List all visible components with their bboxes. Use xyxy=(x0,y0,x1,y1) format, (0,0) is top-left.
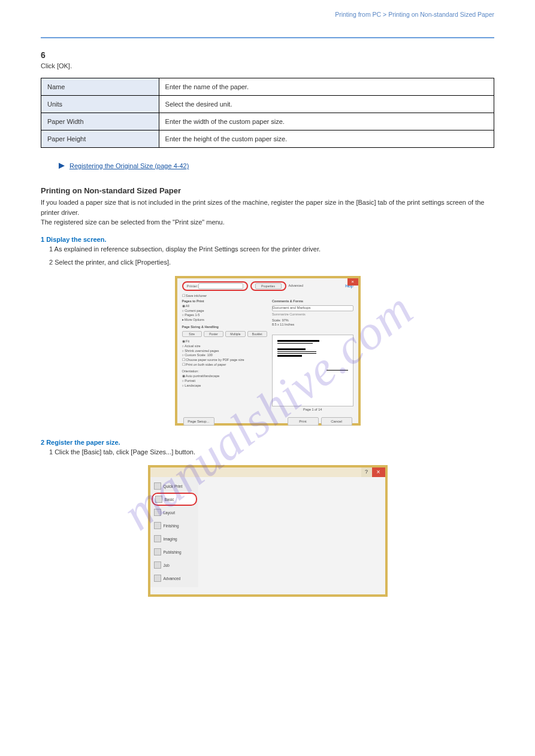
tab-advanced[interactable]: Advanced xyxy=(152,572,197,585)
radio-current[interactable]: ○ Current page xyxy=(182,309,267,314)
print-preview xyxy=(272,335,353,406)
param-key: Units xyxy=(41,96,159,113)
tab-layout[interactable]: Layout xyxy=(152,506,197,519)
more-options[interactable]: ▸ More Options xyxy=(182,318,267,323)
sizing-label: Page Sizing & Handling xyxy=(182,325,267,330)
layout-icon xyxy=(154,509,161,516)
radio-pages[interactable]: ○ Pages 1-5 xyxy=(182,313,267,318)
param-val: Enter the name of the paper. xyxy=(159,78,494,96)
param-key: Name xyxy=(41,78,159,96)
printer-select-callout: Printer: xyxy=(182,281,248,291)
tab-quick-print[interactable]: Quick Print xyxy=(152,479,197,493)
radio-all[interactable]: ◉ All xyxy=(182,304,267,309)
step2-text: 1 Click the [Basic] tab, click [Page Siz… xyxy=(49,447,494,457)
finishing-icon xyxy=(154,522,161,529)
subsection-title: Printing on Non-standard Sized Paper xyxy=(41,186,494,195)
arrow-right-icon xyxy=(59,163,65,169)
save-ink-checkbox[interactable]: ☐ Save ink/toner xyxy=(177,294,358,299)
page-setup-button[interactable]: Page Setup... xyxy=(183,417,214,426)
tab-imaging[interactable]: Imaging xyxy=(152,532,197,545)
dims-label: 8.5 x 11 Inches xyxy=(272,323,353,327)
page-of-label: Page 1 of 14 xyxy=(272,408,353,412)
close-icon[interactable]: × xyxy=(347,278,358,286)
radio-auto-orient[interactable]: ◉ Auto portrait/landscape xyxy=(182,374,267,379)
screenshot-adobe-print-dialog: × Printer: Properties Advanced Help ☐ Sa… xyxy=(175,276,361,426)
parameter-table: NameEnter the name of the paper. UnitsSe… xyxy=(41,78,494,148)
step1-sub2: 2 Select the printer, and click [Propert… xyxy=(49,257,494,268)
step2-label: 2 Register the paper size. xyxy=(41,439,494,446)
size-tab-button[interactable]: Size xyxy=(182,331,202,337)
advanced-link[interactable]: Advanced xyxy=(289,284,303,289)
tab-job[interactable]: Job xyxy=(152,558,197,572)
help-icon[interactable]: ? xyxy=(361,467,372,477)
step1-label: 1 Display the screen. xyxy=(41,236,494,243)
param-key: Paper Width xyxy=(41,113,159,130)
job-icon xyxy=(154,561,161,569)
tab-publishing[interactable]: Publishing xyxy=(152,545,197,558)
driver-tabs: Quick Print Basic Layout Finishing Imagi… xyxy=(150,477,198,587)
param-key: Paper Height xyxy=(41,130,159,148)
radio-fit[interactable]: ◉ Fit xyxy=(182,339,267,344)
comments-dropdown[interactable]: Document and Markups xyxy=(272,305,353,311)
orientation-label: Orientation: xyxy=(182,369,267,374)
section-number: 6 xyxy=(41,50,494,60)
multiple-tab-button[interactable]: Multiple xyxy=(225,331,245,337)
tab-finishing[interactable]: Finishing xyxy=(152,519,197,532)
cancel-button[interactable]: Cancel xyxy=(321,417,352,426)
table-row: Paper HeightEnter the height of the cust… xyxy=(41,130,494,148)
properties-button-callout: Properties xyxy=(250,281,286,291)
print-button[interactable]: Print xyxy=(288,417,319,426)
printer-dropdown[interactable] xyxy=(198,283,243,289)
table-row: UnitsSelect the desired unit. xyxy=(41,96,494,113)
radio-shrink[interactable]: ○ Shrink oversized pages xyxy=(182,349,267,354)
advanced-icon xyxy=(154,575,161,582)
table-row: Paper WidthEnter the width of the custom… xyxy=(41,113,494,130)
param-val: Enter the width of the custom paper size… xyxy=(159,113,494,130)
tab-basic[interactable]: Basic xyxy=(152,493,197,506)
quick-print-icon xyxy=(154,482,161,490)
properties-button[interactable]: Properties xyxy=(255,283,282,289)
check-choose-source[interactable]: ☐ Choose paper source by PDF page size xyxy=(182,358,267,363)
radio-custom[interactable]: ○ Custom Scale: 100 xyxy=(182,353,267,358)
step1-text: 1 As explained in reference subsection, … xyxy=(49,244,494,254)
radio-landscape[interactable]: ○ Landscape xyxy=(182,384,267,388)
param-val: Select the desired unit. xyxy=(159,96,494,113)
related-link[interactable]: Registering the Original Size (page 4-42… xyxy=(69,162,189,169)
imaging-icon xyxy=(154,535,161,542)
publishing-icon xyxy=(154,548,161,555)
poster-tab-button[interactable]: Poster xyxy=(204,331,223,337)
header-rule xyxy=(41,37,494,38)
param-val: Enter the height of the custom paper siz… xyxy=(159,130,494,148)
section-subtitle: Click [OK]. xyxy=(41,62,494,69)
comments-label: Comments & Forms xyxy=(272,299,353,304)
summarize-link[interactable]: Summarize Comments xyxy=(272,312,353,317)
radio-actual[interactable]: ○ Actual size xyxy=(182,344,267,349)
close-icon[interactable]: × xyxy=(372,467,385,477)
table-row: NameEnter the name of the paper. xyxy=(41,78,494,96)
printer-label: Printer: xyxy=(187,284,198,288)
booklet-tab-button[interactable]: Booklet xyxy=(247,331,267,337)
basic-icon xyxy=(155,496,162,503)
scale-label: Scale: 97% xyxy=(272,318,353,323)
pages-to-print-label: Pages to Print xyxy=(182,299,267,304)
check-both-sides[interactable]: ☐ Print on both sides of paper xyxy=(182,363,267,368)
subsection-body: If you loaded a paper size that is not i… xyxy=(41,198,494,227)
titlebar xyxy=(150,467,385,477)
screenshot-driver-properties: ? × Quick Print Basic Layout Finishing I… xyxy=(148,465,388,597)
header-breadcrumb: Printing from PC > Printing on Non-stand… xyxy=(335,11,494,18)
radio-portrait[interactable]: ○ Portrait xyxy=(182,379,267,384)
